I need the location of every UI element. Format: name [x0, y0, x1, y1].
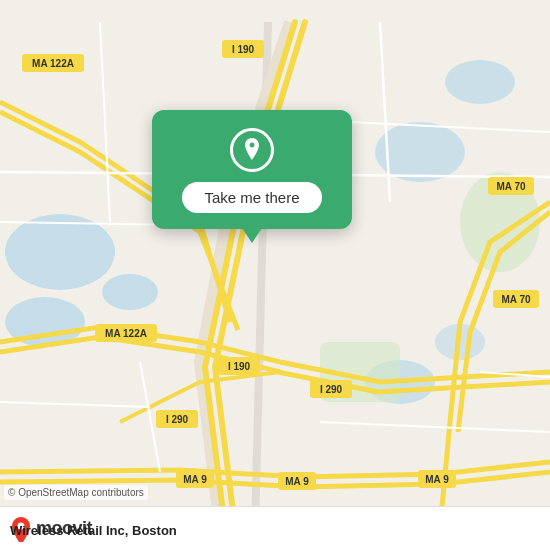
- location-title: Wireless Retail Inc, Boston: [10, 523, 177, 538]
- bottom-bar: Wireless Retail Inc, Boston moovit: [0, 506, 550, 550]
- pin-icon: [230, 128, 274, 172]
- map-svg: MA 122A I 190 MA 70 MA 70 MA 122A I 190 …: [0, 0, 550, 550]
- svg-text:MA 9: MA 9: [183, 474, 207, 485]
- svg-text:I 190: I 190: [232, 44, 255, 55]
- svg-text:MA 122A: MA 122A: [32, 58, 74, 69]
- svg-text:I 190: I 190: [228, 361, 251, 372]
- svg-text:MA 9: MA 9: [425, 474, 449, 485]
- svg-line-16: [320, 422, 550, 432]
- svg-text:MA 9: MA 9: [285, 476, 309, 487]
- svg-point-2: [102, 274, 158, 310]
- tooltip-card: Take me there: [152, 110, 352, 229]
- location-pin-icon: [240, 136, 264, 164]
- svg-text:I 290: I 290: [166, 414, 189, 425]
- svg-point-0: [5, 214, 115, 290]
- svg-text:I 290: I 290: [320, 384, 343, 395]
- svg-point-4: [445, 60, 515, 104]
- osm-credit: © OpenStreetMap contributors: [4, 485, 148, 500]
- svg-line-13: [100, 22, 110, 222]
- svg-line-15: [0, 402, 150, 407]
- map-container: MA 122A I 190 MA 70 MA 70 MA 122A I 190 …: [0, 0, 550, 550]
- svg-text:MA 70: MA 70: [501, 294, 531, 305]
- svg-text:MA 70: MA 70: [496, 181, 526, 192]
- take-me-there-button[interactable]: Take me there: [182, 182, 321, 213]
- svg-text:MA 122A: MA 122A: [105, 328, 147, 339]
